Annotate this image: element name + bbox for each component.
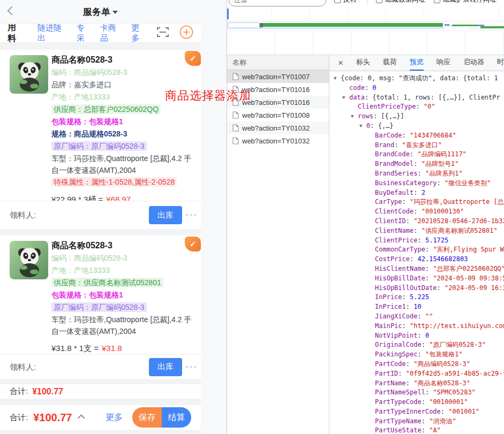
json-tree-line[interactable]: ClientPriceType"0"	[329, 102, 504, 112]
more-link[interactable]: 更多	[106, 412, 123, 423]
back-icon[interactable]	[7, 6, 17, 16]
more-dots-icon[interactable]: ···	[185, 361, 198, 372]
json-tree-line[interactable]: ClientID"20210528-0546-27d6-1b32-	[329, 217, 504, 226]
json-value: "2024-05-09 09:38:5	[433, 275, 504, 282]
waterfall-overview[interactable]	[227, 21, 504, 31]
expand-arrow-icon[interactable]: ▼	[351, 112, 358, 121]
product-card-2[interactable]: ✓ 商品名称0528-3 编码：商品编码0528-3 产地：产地13333 供应…	[0, 235, 201, 354]
json-key: InPrice	[375, 293, 410, 301]
chevron-up-icon[interactable]	[78, 414, 85, 422]
json-tree-line[interactable]: HisOpBillDate"2024-05-09 09:38:5	[329, 274, 504, 284]
tab-link-zhuancai[interactable]: 专采	[77, 24, 93, 42]
filter-checkbox[interactable]: 反转	[334, 0, 367, 4]
bottom-action-bar: 合计: ¥100.77 更多 保存 结算	[0, 405, 201, 430]
tab-payload[interactable]: 载荷	[383, 55, 397, 71]
name-column-header[interactable]: 名称	[227, 55, 329, 70]
expand-arrow-icon[interactable]: ▼	[359, 121, 366, 131]
document-icon	[232, 111, 239, 119]
json-tree-line[interactable]: MainPic"http://test.sihuiyun.com	[329, 322, 504, 331]
json-tree-line[interactable]: PartTypeName"润滑油"	[329, 417, 504, 427]
tab-response[interactable]: 响应	[437, 55, 450, 71]
tab-preview[interactable]: 预览	[410, 55, 424, 71]
network-request-row[interactable]: web?action=TY01032	[227, 121, 329, 134]
more-dots-icon[interactable]: ···	[185, 210, 198, 221]
filter-checkbox[interactable]: 隐藏扩展程序网址	[434, 0, 497, 4]
json-tree-line[interactable]: BusinessCategory"微信业务类别"	[329, 179, 504, 188]
tab-link-suijinsuichu[interactable]: 随进随出	[37, 24, 69, 42]
close-icon[interactable]: ×	[338, 56, 343, 71]
json-tree-line[interactable]: HisClientName"总部客户02250602QQ"	[329, 264, 504, 274]
json-value: "嘉实多进口"	[402, 141, 442, 149]
product-card-1[interactable]: ✓ 商品名称0528-3 编码：商品编码0528-3 品牌：嘉实多进口 产地：产…	[0, 50, 201, 201]
json-tree-line[interactable]: PartCode"商品编码0528-3"	[329, 360, 504, 369]
tab-headers[interactable]: 标头	[356, 55, 370, 71]
json-preview-tree: ▼{code: 0, msg: "查询成功", data: {total: 1 …	[329, 71, 504, 434]
tab-link-more[interactable]: 更多	[131, 24, 147, 42]
add-plus-icon[interactable]	[179, 25, 193, 41]
json-tree-line[interactable]: CarType"玛莎拉蒂,Quattroporte [总	[329, 197, 504, 207]
json-tree-line[interactable]: ▼{code: 0, msg: "查询成功", data: {total: 1	[329, 74, 504, 83]
checkbox-icon[interactable]	[434, 0, 440, 3]
expand-arrow-icon[interactable]: ▼	[342, 93, 349, 103]
json-tree-line[interactable]: BrandSeries"品牌系列1"	[329, 169, 504, 179]
mobile-app-panel: 服务单 用料 随进随出 专采 卡商品 更多	[0, 0, 201, 434]
json-key: PartName	[375, 379, 413, 387]
json-value: 0	[425, 332, 429, 339]
tab-timing[interactable]: 时间	[497, 55, 504, 71]
subtotal-amount: ¥100.77	[32, 387, 63, 397]
json-tree-line[interactable]: BrandCode"品牌编码1117"	[329, 150, 504, 159]
json-tree-line[interactable]: PartID"0f9f42d5-a591-4b85-ac29-fa	[329, 369, 504, 379]
json-tree-line[interactable]: ▼rows[{,…}]	[329, 112, 504, 121]
scan-icon[interactable]	[157, 27, 169, 40]
expand-arrow-icon[interactable]: ▼	[334, 74, 341, 83]
json-tree-line[interactable]: PartTypeCode"00100001"	[329, 398, 504, 407]
outbound-button[interactable]: 出库	[149, 206, 182, 224]
json-tree-line[interactable]: PackingSpec"包装规格1"	[329, 350, 504, 360]
json-value: 42.1546682803	[417, 255, 468, 263]
json-tree-line[interactable]: OriginalCode"原厂编码0528-3"	[329, 340, 504, 350]
json-value: "0"	[424, 103, 435, 110]
json-tree-line[interactable]: InPrice110	[329, 302, 504, 312]
json-tree-line[interactable]: code0	[329, 83, 504, 93]
network-request-row[interactable]: web?action=TY01008	[227, 109, 329, 121]
json-tree-line[interactable]: BarCode"1434706684"	[329, 131, 504, 141]
json-tree-line[interactable]: ClientCode"001000130"	[329, 207, 504, 217]
json-tree-line[interactable]: PartName"商品名称0528-3"	[329, 379, 504, 389]
json-tree-line[interactable]: NotVipPoint0	[329, 331, 504, 341]
network-request-row[interactable]: web?action=TY01032	[227, 134, 329, 147]
json-value: "总部客户02250602QQ"	[433, 265, 504, 272]
json-key: BuyDefault	[375, 189, 422, 196]
tab-initiator[interactable]: 启动器	[463, 55, 484, 71]
json-tree-line[interactable]: CostPrice42.1546682803	[329, 255, 504, 264]
checkbox-icon[interactable]	[376, 0, 382, 3]
json-tree-line[interactable]: HisOpBillOutDate"2024-05-09 16:38	[329, 284, 504, 293]
save-button[interactable]: 保存	[132, 407, 162, 428]
json-tree-line[interactable]: CommonCarType"宾利,Flying Spur W1	[329, 245, 504, 255]
json-tree-line[interactable]: ▼data{total: 1, rows: [{,…}], ClientPr	[329, 93, 504, 103]
network-request-row[interactable]: web?action=TY01007	[227, 70, 329, 83]
json-tree-line[interactable]: BuyDefault2	[329, 188, 504, 198]
json-tree-line[interactable]: BrandModel"品牌型号1"	[329, 159, 504, 169]
json-tree-line[interactable]: PartTypeInnerCode"001001"	[329, 407, 504, 417]
network-request-row[interactable]: web?action=TY01016	[227, 96, 329, 109]
ruler-tick-label	[234, 7, 272, 21]
page-title[interactable]: 服务单	[83, 6, 118, 18]
tab-materials[interactable]: 用料	[7, 24, 25, 42]
checkbox-icon[interactable]	[334, 0, 341, 3]
json-tree-line[interactable]: JiangXiCode""	[329, 312, 504, 322]
json-tree-line[interactable]: ClientName"供应商名称测试052801"	[329, 226, 504, 236]
json-value: "品牌型号1"	[422, 160, 459, 167]
json-tree-line[interactable]: ▼0{,…}	[329, 121, 504, 131]
network-request-row[interactable]: web?action=TY01016	[227, 83, 329, 96]
json-tree-line[interactable]: InPrice5.225	[329, 293, 504, 302]
tab-link-kashangpin[interactable]: 卡商品	[100, 24, 124, 42]
outbound-button[interactable]: 出库	[149, 358, 182, 376]
filter-input[interactable]	[229, 0, 326, 6]
json-tree-line[interactable]: PartNameSpell"SPMC05283"	[329, 388, 504, 398]
json-tree-line[interactable]: PartUseState"A"	[329, 426, 504, 434]
json-key: PartNameSpell	[375, 389, 433, 396]
json-tree-line[interactable]: Brand"嘉实多进口"	[329, 141, 504, 150]
json-tree-line[interactable]: ClientPrice5.1725	[329, 236, 504, 246]
checkout-button[interactable]: 结算	[162, 407, 191, 428]
filter-checkbox[interactable]: 隐藏数据网址	[376, 0, 425, 4]
